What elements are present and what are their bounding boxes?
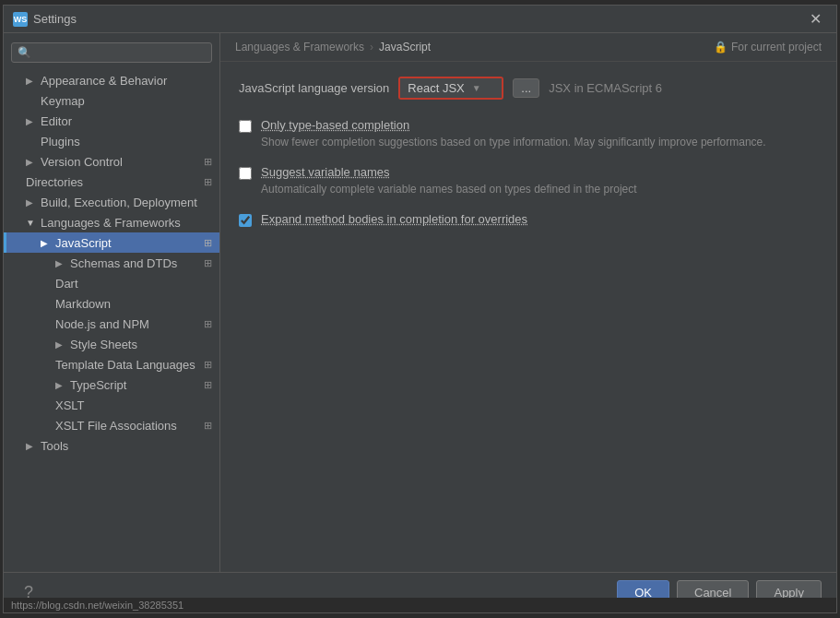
app-icon: WS (13, 12, 28, 27)
sidebar-label-stylesheets: Style Sheets (70, 338, 212, 351)
template-badge: ⊞ (204, 359, 212, 371)
sidebar: 🔍 ▶ Appearance & Behavior Keymap ▶ Edito… (4, 33, 220, 572)
sidebar-item-tools[interactable]: ▶ Tools (4, 435, 219, 456)
js-badge: ⊞ (204, 237, 212, 249)
sidebar-item-template-data[interactable]: Template Data Languages ⊞ (4, 354, 219, 374)
sidebar-label-plugins: Plugins (41, 135, 212, 149)
sidebar-item-dart[interactable]: Dart (4, 273, 219, 293)
expand-arrow-schemas: ▶ (55, 258, 66, 268)
for-project-info: 🔒 For current project (714, 41, 822, 53)
sidebar-item-plugins[interactable]: Plugins (4, 131, 219, 151)
sidebar-item-appearance[interactable]: ▶ Appearance & Behavior (4, 70, 219, 90)
suggest-variables-checkbox[interactable] (239, 167, 252, 180)
search-icon: 🔍 (18, 46, 31, 59)
expand-arrow-js: ▶ (41, 238, 52, 248)
type-completion-desc: Show fewer completion suggestions based … (261, 135, 818, 150)
main-content: Languages & Frameworks › JavaScript 🔒 Fo… (220, 33, 836, 572)
expand-arrow-appearance: ▶ (26, 76, 37, 86)
sidebar-label-appearance: Appearance & Behavior (41, 74, 212, 88)
search-box[interactable]: 🔍 (11, 42, 212, 63)
sidebar-label-build: Build, Execution, Deployment (41, 196, 212, 209)
vc-badge: ⊞ (204, 156, 212, 168)
expand-arrow-stylesheets: ▶ (55, 339, 66, 350)
sidebar-label-directories: Directories (26, 175, 200, 189)
sidebar-label-template-data: Template Data Languages (55, 358, 200, 372)
for-project-label: For current project (731, 41, 822, 53)
sidebar-label-xslt-file: XSLT File Associations (55, 419, 200, 433)
directories-badge: ⊞ (204, 176, 212, 188)
sidebar-label-editor: Editor (41, 114, 212, 128)
sidebar-item-languages[interactable]: ▼ Languages & Frameworks (4, 212, 219, 232)
expand-arrow-languages: ▼ (26, 218, 37, 228)
sidebar-label-javascript: JavaScript (55, 236, 200, 250)
option-expand-method: Expand method bodies in completion for o… (239, 212, 818, 227)
expand-method-checkbox[interactable] (239, 214, 252, 227)
type-completion-checkbox[interactable] (239, 120, 252, 133)
option-suggest-variables: Suggest variable names Automatically com… (239, 165, 818, 197)
sidebar-item-javascript[interactable]: ▶ JavaScript ⊞ (4, 232, 219, 253)
sidebar-item-xslt-file[interactable]: XSLT File Associations ⊞ (4, 415, 219, 435)
type-completion-text: Only type-based completion Show fewer co… (261, 118, 818, 150)
sidebar-label-markdown: Markdown (55, 297, 212, 311)
expand-arrow-typescript: ▶ (55, 380, 66, 390)
js-version-select-display[interactable]: React JSX ▼ (400, 78, 502, 98)
dialog-body: 🔍 ▶ Appearance & Behavior Keymap ▶ Edito… (4, 33, 836, 572)
breadcrumb-root: Languages & Frameworks (235, 41, 364, 53)
sidebar-label-schemas: Schemas and DTDs (70, 256, 200, 270)
sidebar-label-vc: Version Control (41, 155, 200, 169)
sidebar-label-typescript: TypeScript (70, 378, 200, 392)
sidebar-item-typescript[interactable]: ▶ TypeScript ⊞ (4, 374, 219, 395)
dots-button[interactable]: ... (513, 78, 539, 98)
sidebar-item-schemas[interactable]: ▶ Schemas and DTDs ⊞ (4, 253, 219, 273)
settings-area: JavaScript language version React JSX ▼ … (220, 62, 836, 572)
sidebar-label-dart: Dart (55, 277, 212, 291)
xslt-file-badge: ⊞ (204, 420, 212, 432)
breadcrumb: Languages & Frameworks › JavaScript 🔒 Fo… (220, 33, 836, 62)
jsx-info-label: JSX in ECMAScript 6 (549, 81, 662, 95)
close-button[interactable]: ✕ (804, 8, 827, 30)
type-completion-title: Only type-based completion (261, 118, 818, 132)
sidebar-item-directories[interactable]: Directories ⊞ (4, 172, 219, 192)
sidebar-label-xslt: XSLT (55, 398, 212, 412)
window-title: Settings (33, 12, 77, 26)
sidebar-item-build[interactable]: ▶ Build, Execution, Deployment (4, 192, 219, 212)
sidebar-label-languages: Languages & Frameworks (41, 216, 212, 230)
sidebar-item-xslt[interactable]: XSLT (4, 395, 219, 415)
suggest-variables-desc: Automatically complete variable names ba… (261, 182, 818, 197)
js-version-value: React JSX (408, 81, 464, 95)
suggest-variables-text: Suggest variable names Automatically com… (261, 165, 818, 197)
typescript-badge: ⊞ (204, 379, 212, 391)
sidebar-item-markdown[interactable]: Markdown (4, 293, 219, 314)
suggest-variables-title: Suggest variable names (261, 165, 818, 179)
breadcrumb-separator: › (370, 41, 373, 53)
search-input[interactable] (35, 46, 206, 59)
sidebar-item-version-control[interactable]: ▶ Version Control ⊞ (4, 151, 219, 172)
sidebar-label-nodejs: Node.js and NPM (55, 317, 200, 331)
expand-arrow-build: ▶ (26, 197, 37, 208)
sidebar-label-keymap: Keymap (41, 94, 212, 108)
dropdown-arrow-icon: ▼ (472, 83, 481, 93)
url-bar: https://blog.csdn.net/weixin_38285351 (4, 598, 836, 612)
lock-icon: 🔒 (714, 41, 728, 53)
expand-arrow-tools: ▶ (26, 441, 37, 451)
js-version-label: JavaScript language version (239, 81, 389, 95)
settings-dialog: WS Settings ✕ 🔍 ▶ Appearance & Behavior … (3, 5, 837, 613)
sidebar-item-stylesheets[interactable]: ▶ Style Sheets (4, 334, 219, 354)
schemas-badge: ⊞ (204, 257, 212, 269)
nodejs-badge: ⊞ (204, 318, 212, 330)
option-type-completion: Only type-based completion Show fewer co… (239, 118, 818, 150)
sidebar-item-editor[interactable]: ▶ Editor (4, 111, 219, 131)
js-version-row: JavaScript language version React JSX ▼ … (239, 77, 818, 100)
title-bar-left: WS Settings (13, 12, 77, 27)
expand-arrow-editor: ▶ (26, 116, 37, 126)
expand-method-text: Expand method bodies in completion for o… (261, 212, 818, 226)
title-bar: WS Settings ✕ (4, 6, 836, 33)
expand-method-title: Expand method bodies in completion for o… (261, 212, 818, 226)
js-version-select-wrapper[interactable]: React JSX ▼ (398, 77, 503, 100)
sidebar-item-keymap[interactable]: Keymap (4, 90, 219, 111)
sidebar-item-nodejs[interactable]: Node.js and NPM ⊞ (4, 314, 219, 334)
breadcrumb-current: JavaScript (379, 41, 431, 53)
expand-arrow-vc: ▶ (26, 157, 37, 167)
sidebar-label-tools: Tools (41, 439, 212, 453)
